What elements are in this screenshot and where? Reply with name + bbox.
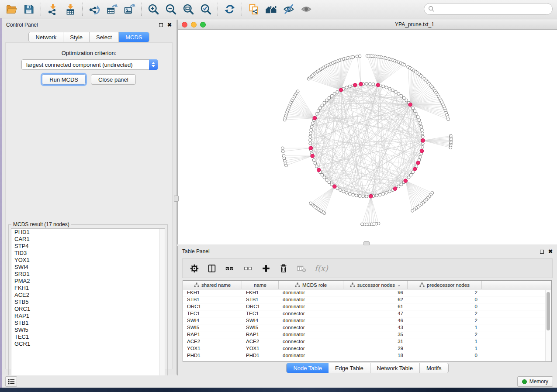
tab-node-table[interactable]: Node Table — [287, 363, 329, 373]
mcds-result-item[interactable]: TEC1 — [11, 334, 165, 340]
table-cell[interactable]: ACE2 — [242, 338, 279, 345]
table-cell[interactable]: 35 — [343, 331, 408, 338]
network-node[interactable] — [309, 139, 312, 142]
mcds-list-scrollbar[interactable] — [159, 229, 165, 383]
table-cell[interactable]: 2 — [408, 289, 482, 296]
table-settings-button[interactable] — [190, 264, 199, 273]
tab-style[interactable]: Style — [63, 32, 90, 42]
network-node[interactable] — [342, 190, 345, 193]
table-cell[interactable]: 61 — [343, 303, 408, 310]
network-node[interactable] — [375, 194, 378, 197]
select-all-button[interactable] — [225, 264, 235, 273]
table-row[interactable]: YOX1YOX1connector291 — [183, 345, 551, 352]
table-cell[interactable]: 2 — [408, 331, 482, 338]
show-column-button[interactable] — [207, 264, 217, 273]
network-node[interactable] — [421, 132, 424, 135]
network-node[interactable] — [419, 155, 422, 158]
table-cell[interactable]: 62 — [343, 296, 408, 303]
network-node[interactable] — [348, 193, 351, 196]
network-node[interactable] — [325, 99, 328, 102]
network-mcds-node[interactable] — [369, 194, 373, 198]
table-row[interactable]: ORC1ORC1dominator610 — [183, 303, 551, 310]
network-node[interactable] — [309, 135, 312, 138]
network-node[interactable] — [348, 85, 351, 88]
mcds-result-item[interactable]: CAR1 — [11, 236, 165, 243]
table-row[interactable]: SWI5SWI5connector431 — [183, 324, 551, 331]
minimize-window-icon[interactable] — [191, 22, 197, 28]
network-mcds-node[interactable] — [413, 167, 417, 171]
float-window-icon[interactable] — [159, 23, 163, 27]
column-header-MCDS-role[interactable]: MCDS role — [279, 281, 343, 289]
table-cell[interactable]: 96 — [343, 289, 408, 296]
network-node[interactable] — [397, 185, 400, 188]
network-node[interactable] — [412, 107, 415, 110]
network-node[interactable] — [421, 145, 424, 148]
create-column-button[interactable] — [261, 264, 271, 273]
mcds-result-item[interactable]: SWI4 — [11, 264, 165, 271]
network-node[interactable] — [365, 195, 368, 198]
criterion-select[interactable]: largest connected component (undirected) — [21, 59, 158, 70]
column-header-name[interactable]: name — [242, 281, 279, 289]
network-node[interactable] — [325, 179, 328, 182]
network-node[interactable] — [311, 122, 314, 125]
network-mcds-node[interactable] — [317, 168, 321, 172]
mcds-result-item[interactable]: STB1 — [11, 320, 165, 327]
table-cell[interactable]: connector — [279, 310, 343, 317]
network-node[interactable] — [391, 89, 394, 92]
table-scrollbar[interactable] — [545, 290, 551, 361]
mcds-result-item[interactable]: SWI5 — [11, 327, 165, 334]
network-node[interactable] — [358, 55, 361, 58]
network-node[interactable] — [333, 92, 336, 95]
network-node[interactable] — [318, 107, 322, 110]
network-node[interactable] — [323, 101, 326, 104]
hide-selected-button[interactable] — [280, 1, 298, 17]
memory-button[interactable]: Memory — [517, 376, 553, 387]
mcds-result-item[interactable]: YOX1 — [11, 257, 165, 264]
network-mcds-node[interactable] — [421, 139, 425, 143]
tab-mcds[interactable]: MCDS — [119, 32, 149, 42]
network-node[interactable] — [402, 96, 405, 100]
network-canvas[interactable] — [178, 30, 557, 244]
mcds-result-item[interactable]: TID3 — [11, 250, 165, 257]
mcds-result-item[interactable]: ACE2 — [11, 292, 165, 299]
network-mcds-node[interactable] — [332, 185, 336, 189]
network-mcds-node[interactable] — [376, 83, 380, 87]
mcds-result-item[interactable]: STP4 — [11, 243, 165, 250]
network-node[interactable] — [420, 125, 423, 128]
table-cell[interactable]: ORC1 — [183, 303, 242, 310]
table-cell[interactable]: 0 — [408, 296, 482, 303]
tab-motifs[interactable]: Motifs — [420, 363, 448, 373]
network-node[interactable] — [400, 183, 403, 186]
table-cell[interactable]: STB1 — [183, 296, 242, 303]
network-node[interactable] — [309, 202, 312, 205]
network-node[interactable] — [400, 94, 403, 97]
table-cell[interactable]: 43 — [343, 324, 408, 331]
network-node[interactable] — [385, 191, 388, 194]
float-table-panel-icon[interactable] — [540, 250, 544, 254]
zoom-fit-button[interactable] — [180, 1, 197, 17]
network-node[interactable] — [296, 90, 299, 93]
network-node[interactable] — [339, 189, 342, 192]
network-node[interactable] — [405, 99, 408, 102]
table-cell[interactable]: TEC1 — [183, 310, 242, 317]
table-cell[interactable]: dominator — [279, 303, 343, 310]
network-mcds-node[interactable] — [359, 82, 363, 86]
network-mcds-node[interactable] — [309, 146, 313, 150]
zoom-in-button[interactable] — [145, 1, 162, 17]
table-cell[interactable]: 2 — [408, 310, 482, 317]
network-node[interactable] — [413, 110, 416, 113]
network-node[interactable] — [281, 150, 284, 153]
table-cell[interactable]: RAP1 — [183, 331, 242, 338]
first-neighbors-button[interactable] — [263, 1, 280, 17]
mcds-result-item[interactable]: SRD1 — [11, 271, 165, 278]
vertical-splitter-grip[interactable] — [174, 196, 179, 202]
network-node[interactable] — [310, 128, 313, 131]
network-node[interactable] — [394, 90, 397, 93]
network-node[interactable] — [330, 94, 333, 97]
table-cell[interactable]: PHD1 — [183, 352, 242, 359]
horizontal-splitter-grip[interactable] — [363, 241, 370, 245]
tab-network-table[interactable]: Network Table — [370, 363, 420, 373]
table-row[interactable]: PHD1PHD1dominator180 — [183, 352, 551, 359]
table-row[interactable]: FKH1FKH1dominator962 — [183, 289, 551, 296]
network-window-titlebar[interactable]: YPA_prune.txt_1 — [178, 20, 557, 30]
